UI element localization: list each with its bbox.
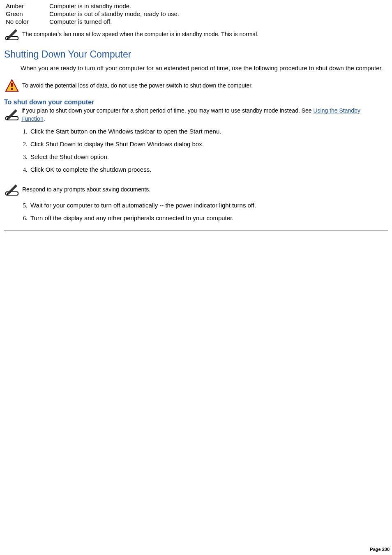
intro-paragraph: When you are ready to turn off your comp… [21,64,384,72]
page-number: Page 230 [370,547,390,552]
list-item: Click the Start button on the Windows ta… [29,128,382,140]
standby-note: If you plan to shut down your computer f… [4,107,384,123]
status-desc: Computer is out of standby mode, ready t… [49,10,182,18]
note-text: Respond to any prompts about saving docu… [22,182,150,193]
standby-note-post: . [44,115,45,122]
list-item: Click Shut Down to display the Shut Down… [29,140,382,153]
steps-list: Wait for your computer to turn off autom… [19,202,388,227]
pencil-note-icon [4,27,20,41]
table-row: Amber Computer is in standby mode. [6,2,182,10]
standby-note-pre: If you plan to shut down your computer f… [21,107,314,114]
note-block: Respond to any prompts about saving docu… [4,182,388,197]
table-row: Green Computer is out of standby mode, r… [6,10,182,18]
document-page: Amber Computer is in standby mode. Green… [0,0,392,555]
status-desc: Computer is in standby mode. [49,2,182,10]
status-label: No color [6,18,49,26]
list-item: Wait for your computer to turn off autom… [29,202,382,214]
warning-icon [4,78,20,93]
steps-list: Click the Start button on the Windows ta… [19,128,388,179]
status-label: Green [6,10,49,18]
pencil-note-icon [4,107,20,122]
note-text: The computer's fan runs at low speed whe… [22,27,258,37]
note-block: The computer's fan runs at low speed whe… [4,27,388,41]
status-table: Amber Computer is in standby mode. Green… [6,2,182,26]
list-item: Click OK to complete the shutdown proces… [29,166,382,179]
table-row: No color Computer is turned off. [6,18,182,26]
list-item: Turn off the display and any other perip… [29,214,382,227]
status-desc: Computer is turned off. [49,18,182,26]
section-heading: Shutting Down Your Computer [4,49,388,60]
warning-block: To avoid the potential loss of data, do … [4,78,388,93]
warning-text: To avoid the potential loss of data, do … [22,78,253,89]
status-label: Amber [6,2,49,10]
list-item: Select the Shut down option. [29,153,382,166]
pencil-note-icon [4,182,20,197]
separator [4,230,388,231]
sub-heading: To shut down your computer [4,99,388,106]
